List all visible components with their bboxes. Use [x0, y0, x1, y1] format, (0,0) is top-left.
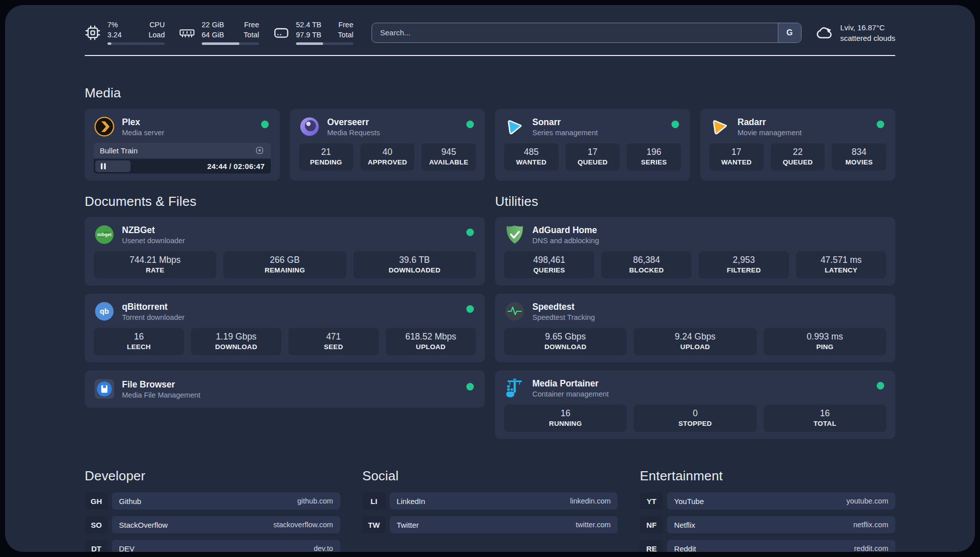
dashboard-surface: 7% 3.24 CPU Load	[5, 5, 975, 552]
stat-value: 9.24 Gbps	[636, 331, 754, 342]
stat-label: TOTAL	[766, 420, 884, 427]
stat-label: QUEUED	[568, 158, 618, 166]
stat-label: QUERIES	[506, 266, 592, 274]
search-bar: G	[372, 23, 802, 43]
link-row-youtube[interactable]: YT YouTube youtube.com	[640, 492, 895, 510]
stat-value: 485	[506, 147, 557, 157]
search-provider-button[interactable]: G	[778, 23, 801, 42]
playback-time: 24:44 / 02:06:47	[207, 162, 271, 171]
app-card-plex[interactable]: Plex Media server Bullet Train	[85, 109, 280, 181]
stat-value: 16	[506, 408, 625, 419]
weather-condition: scattered clouds	[840, 33, 895, 43]
link-name: Github	[119, 497, 141, 506]
app-card-speedtest[interactable]: Speedtest Speedtest Tracking 9.65 Gbps D…	[495, 294, 895, 362]
app-card-qbittorrent[interactable]: qb qBittorrent Torrent downloader 16 LEE…	[85, 294, 485, 362]
app-card-filebrowser[interactable]: File Browser Media File Management	[85, 370, 485, 408]
link-badge: DT	[85, 540, 108, 552]
ram-total: 64 GiB	[202, 30, 224, 40]
section-title-utilities: Utilities	[495, 194, 895, 209]
storage-stat-group: 52.4 TB 97.9 TB Free Total	[273, 20, 353, 45]
app-subtitle: DNS and adblocking	[532, 237, 886, 245]
stat-value: 471	[290, 331, 377, 342]
link-url: youtube.com	[846, 497, 888, 505]
speedtest-icon	[504, 301, 525, 322]
link-url: github.com	[297, 497, 333, 505]
stat-value: 21	[301, 147, 351, 157]
section-title-documents: Documents & Files	[85, 194, 485, 209]
link-badge: GH	[85, 492, 108, 510]
stat-tile: 47.571 ms LATENCY	[796, 251, 886, 278]
stat-label: DOWNLOAD	[193, 343, 279, 351]
status-dot-online	[877, 382, 884, 389]
search-input[interactable]	[372, 23, 778, 42]
stat-tile: 17 QUEUED	[566, 143, 620, 171]
link-row-twitter[interactable]: TW Twitter twitter.com	[362, 516, 618, 533]
sonarr-icon	[504, 116, 525, 137]
ram-label-2: Total	[243, 30, 259, 40]
stat-tile: 86,384 BLOCKED	[601, 251, 692, 278]
stat-label: LATENCY	[798, 266, 884, 274]
app-title: Media Portainer	[532, 378, 866, 389]
link-url: netflix.com	[853, 521, 888, 529]
stat-tile: 945 AVAILABLE	[421, 143, 476, 171]
qbittorrent-icon: qb	[94, 301, 115, 322]
app-title: qBittorrent	[122, 302, 455, 312]
stop-session-icon	[255, 145, 265, 155]
radarr-icon	[709, 116, 730, 137]
storage-icon	[273, 25, 289, 41]
filebrowser-icon	[94, 378, 115, 400]
stat-value: 17	[711, 147, 762, 157]
stat-value: 0.993 ms	[766, 331, 884, 342]
ram-label-1: Free	[243, 20, 259, 30]
now-playing-row: Bullet Train	[94, 143, 271, 158]
app-card-adguard[interactable]: AdGuard Home DNS and adblocking 498,461 …	[495, 217, 895, 286]
app-card-nzbget[interactable]: nzbget NZBGet Usenet downloader 744.21 M…	[85, 217, 485, 286]
link-row-linkedin[interactable]: LI LinkedIn linkedin.com	[362, 492, 618, 510]
stat-tile: 17 WANTED	[709, 143, 764, 171]
stat-label: FILTERED	[701, 266, 787, 274]
link-url: dev.to	[314, 544, 333, 552]
stat-value: 945	[423, 147, 474, 157]
weather-location: Lviv, 16.87°C	[840, 22, 895, 33]
stat-label: SEED	[290, 343, 377, 351]
stat-value: 1.19 Gbps	[193, 331, 279, 342]
stat-value: 266 GB	[225, 255, 344, 265]
app-card-radarr[interactable]: Radarr Movie management 17 WANTED 22 QUE…	[700, 109, 895, 181]
section-title-social: Social	[362, 468, 618, 484]
link-name: LinkedIn	[397, 497, 425, 506]
cpu-usage: 7%	[107, 20, 121, 30]
section-title-entertainment: Entertainment	[640, 468, 895, 484]
stat-value: 498,461	[506, 255, 592, 265]
app-card-portainer[interactable]: Media Portainer Container management 16 …	[495, 370, 895, 439]
stat-value: 16	[766, 408, 884, 419]
stat-label: BLOCKED	[603, 266, 690, 274]
link-row-github[interactable]: GH Github github.com	[85, 492, 340, 510]
nzbget-icon-text: nzbget	[97, 232, 111, 237]
stat-label: AVAILABLE	[423, 158, 474, 166]
app-subtitle: Container management	[532, 390, 866, 398]
link-name: StackOverflow	[119, 521, 168, 529]
link-row-reddit[interactable]: RE Reddit reddit.com	[640, 540, 895, 552]
app-card-sonarr[interactable]: Sonarr Series management 485 WANTED 17 Q…	[495, 109, 690, 181]
app-card-overseerr[interactable]: Overseerr Media Requests 21 PENDING 40 A…	[290, 109, 485, 181]
stat-tile: 39.6 TB DOWNLOADED	[353, 251, 476, 278]
link-badge: RE	[640, 540, 663, 552]
link-row-stackoverflow[interactable]: SO StackOverflow stackoverflow.com	[85, 516, 340, 533]
entertainment-links-column: Entertainment YT YouTube youtube.com NF …	[640, 468, 895, 552]
link-name: Reddit	[674, 544, 696, 552]
section-title-developer: Developer	[85, 468, 340, 484]
stat-label: STOPPED	[636, 420, 754, 427]
now-playing-title: Bullet Train	[100, 146, 138, 155]
disk-progress-bar	[296, 42, 353, 45]
header-divider	[85, 55, 895, 56]
link-row-netflix[interactable]: NF Netflix netflix.com	[640, 516, 895, 533]
status-dot-online	[466, 305, 474, 313]
stat-tile: 22 QUEUED	[771, 143, 825, 171]
app-title: Overseerr	[327, 117, 455, 128]
status-dot-online	[261, 121, 269, 128]
stat-tile: 16 RUNNING	[504, 405, 627, 432]
link-badge: TW	[362, 516, 386, 533]
link-row-dev[interactable]: DT DEV dev.to	[85, 540, 340, 552]
nzbget-icon: nzbget	[94, 224, 115, 245]
stat-value: 17	[568, 147, 618, 157]
